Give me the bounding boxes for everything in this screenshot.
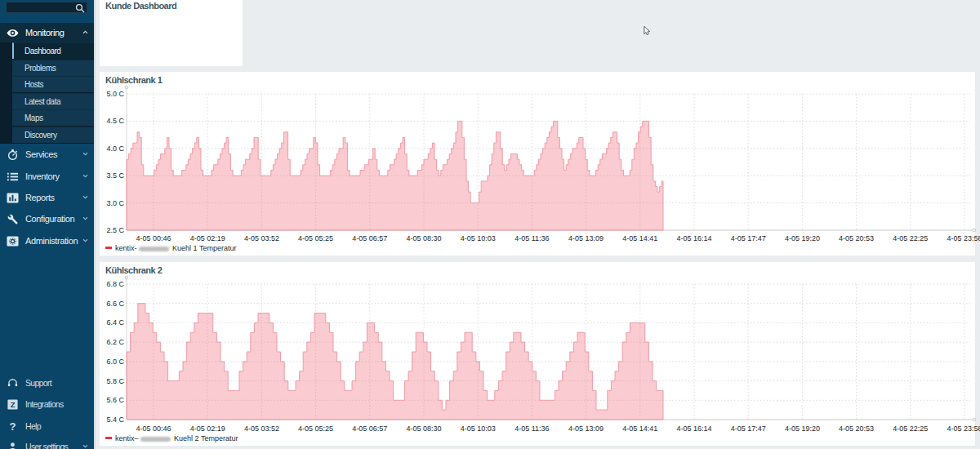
svg-text:Z: Z bbox=[11, 401, 16, 409]
svg-text:4-05 03:52: 4-05 03:52 bbox=[244, 234, 279, 242]
svg-text:4-05 03:52: 4-05 03:52 bbox=[244, 425, 279, 433]
svg-text:4-05 20:53: 4-05 20:53 bbox=[839, 425, 874, 433]
svg-text:4-05 11:36: 4-05 11:36 bbox=[514, 234, 549, 242]
svg-text:3.5 C: 3.5 C bbox=[106, 171, 124, 180]
svg-text:4-05 17:47: 4-05 17:47 bbox=[731, 234, 766, 242]
svg-text:4-05 23:58: 4-05 23:58 bbox=[947, 234, 980, 242]
svg-text:4-05 17:47: 4-05 17:47 bbox=[731, 425, 766, 433]
svg-text:4-05 22:25: 4-05 22:25 bbox=[893, 234, 928, 242]
svg-text:4-05 20:53: 4-05 20:53 bbox=[839, 234, 874, 242]
svg-text:4-05 13:09: 4-05 13:09 bbox=[568, 234, 604, 242]
svg-text:4-05 08:30: 4-05 08:30 bbox=[406, 425, 441, 433]
svg-text:?: ? bbox=[9, 420, 16, 433]
svg-text:4.0 C: 4.0 C bbox=[106, 144, 124, 153]
svg-text:6.6 C: 6.6 C bbox=[106, 300, 124, 308]
svg-text:4-05 13:09: 4-05 13:09 bbox=[568, 425, 604, 433]
svg-text:4.5 C: 4.5 C bbox=[106, 117, 124, 125]
svg-text:4-05 05:25: 4-05 05:25 bbox=[298, 234, 333, 242]
svg-text:5.6 C: 5.6 C bbox=[106, 396, 124, 404]
svg-text:4-05 11:36: 4-05 11:36 bbox=[514, 425, 549, 433]
svg-text:4-05 10:03: 4-05 10:03 bbox=[461, 234, 496, 242]
svg-text:4-05 10:03: 4-05 10:03 bbox=[461, 425, 496, 433]
svg-text:6.4 C: 6.4 C bbox=[106, 318, 124, 327]
svg-text:4-05 02:19: 4-05 02:19 bbox=[190, 234, 225, 242]
svg-text:4-05 23:58: 4-05 23:58 bbox=[947, 425, 980, 433]
svg-text:4-05 16:14: 4-05 16:14 bbox=[676, 425, 711, 433]
svg-text:5.4 C: 5.4 C bbox=[106, 416, 124, 424]
svg-text:2.5 C: 2.5 C bbox=[106, 226, 124, 234]
svg-text:4-05 00:46: 4-05 00:46 bbox=[136, 234, 171, 242]
svg-text:4-05 06:57: 4-05 06:57 bbox=[352, 234, 387, 242]
svg-text:4-05 05:25: 4-05 05:25 bbox=[298, 425, 333, 433]
svg-text:6.8 C: 6.8 C bbox=[106, 280, 124, 288]
svg-text:4-05 16:14: 4-05 16:14 bbox=[676, 234, 711, 242]
svg-text:4-05 14:41: 4-05 14:41 bbox=[622, 425, 657, 433]
svg-text:4-05 19:20: 4-05 19:20 bbox=[785, 425, 820, 433]
svg-text:4-05 08:30: 4-05 08:30 bbox=[406, 234, 441, 242]
svg-text:6.2 C: 6.2 C bbox=[106, 338, 124, 346]
svg-text:4-05 14:41: 4-05 14:41 bbox=[622, 234, 657, 242]
svg-text:4-05 00:46: 4-05 00:46 bbox=[136, 425, 171, 433]
svg-text:4-05 02:19: 4-05 02:19 bbox=[190, 425, 225, 433]
svg-text:4-05 06:57: 4-05 06:57 bbox=[352, 425, 387, 433]
svg-text:4-05 22:25: 4-05 22:25 bbox=[893, 425, 928, 433]
svg-text:4-05 19:20: 4-05 19:20 bbox=[785, 234, 820, 242]
svg-text:5.8 C: 5.8 C bbox=[106, 377, 124, 385]
svg-text:6.0 C: 6.0 C bbox=[106, 358, 124, 366]
svg-text:3.0 C: 3.0 C bbox=[106, 199, 124, 207]
svg-text:5.0 C: 5.0 C bbox=[106, 90, 124, 98]
